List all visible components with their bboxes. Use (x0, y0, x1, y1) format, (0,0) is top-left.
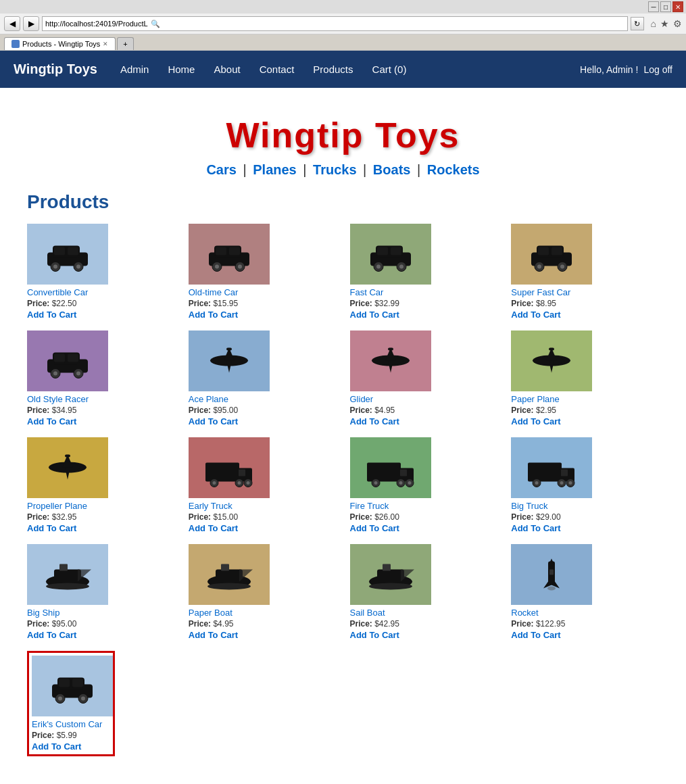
add-to-cart-button[interactable]: Add To Cart (511, 416, 599, 426)
close-button[interactable]: ✕ (672, 1, 683, 12)
category-cars[interactable]: Cars (206, 162, 236, 177)
product-name[interactable]: Propeller Plane (27, 501, 115, 511)
add-to-cart-button[interactable]: Add To Cart (511, 310, 599, 320)
product-name[interactable]: Big Ship (27, 608, 115, 618)
category-links: Cars | Planes | Trucks | Boats | Rockets (27, 162, 659, 178)
forward-button[interactable]: ▶ (23, 16, 39, 31)
nav-home[interactable]: Home (158, 51, 204, 88)
product-name[interactable]: Convertible Car (27, 287, 115, 297)
product-name[interactable]: Erik's Custom Car (32, 719, 110, 729)
new-tab-button[interactable]: + (117, 37, 133, 50)
add-to-cart-button[interactable]: Add To Cart (350, 310, 438, 320)
add-to-cart-button[interactable]: Add To Cart (27, 523, 115, 533)
svg-point-68 (212, 481, 216, 485)
category-rockets[interactable]: Rockets (427, 162, 480, 177)
navbar-right: Hello, Admin ! Log off (580, 64, 672, 75)
product-name[interactable]: Rocket (511, 608, 599, 618)
add-to-cart-button[interactable]: Add To Cart (189, 630, 276, 640)
add-to-cart-button[interactable]: Add To Cart (189, 416, 276, 426)
product-name[interactable]: Fire Truck (350, 501, 438, 511)
svg-rect-75 (400, 470, 407, 476)
product-name[interactable]: Ace Plane (189, 394, 276, 404)
add-to-cart-button[interactable]: Add To Cart (27, 630, 115, 640)
product-image (27, 330, 108, 391)
product-name[interactable]: Big Truck (511, 501, 599, 511)
product-name[interactable]: Sail Boat (350, 608, 438, 618)
add-to-cart-button[interactable]: Add To Cart (32, 741, 110, 752)
add-to-cart-button[interactable]: Add To Cart (350, 630, 438, 640)
sep-1: | (243, 162, 246, 177)
add-to-cart-button[interactable]: Add To Cart (27, 416, 115, 426)
product-image (511, 330, 592, 391)
main-content: Wingtip Toys Cars | Planes | Trucks | Bo… (0, 88, 686, 770)
product-card: GliderPrice: $4.95Add To Cart (350, 330, 438, 426)
logoff-link[interactable]: Log off (643, 64, 672, 75)
svg-rect-14 (216, 247, 226, 255)
svg-rect-23 (391, 247, 401, 255)
nav-cart[interactable]: Cart (0) (363, 51, 416, 88)
svg-rect-15 (229, 247, 240, 255)
nav-admin[interactable]: Admin (111, 51, 159, 88)
svg-rect-118 (59, 679, 70, 687)
tab-close-button[interactable]: ✕ (103, 41, 108, 47)
svg-point-111 (547, 587, 556, 591)
product-price: Price: $26.00 (350, 512, 438, 522)
nav-contact[interactable]: Contact (250, 51, 304, 88)
product-name[interactable]: Early Truck (189, 501, 276, 511)
active-tab[interactable]: Products - Wingtip Toys ✕ (4, 37, 116, 50)
product-card: Fire TruckPrice: $26.00Add To Cart (350, 437, 438, 533)
category-boats[interactable]: Boats (373, 162, 411, 177)
svg-point-35 (53, 372, 57, 376)
refresh-button[interactable]: ↻ (631, 17, 644, 30)
product-price: Price: $122.95 (511, 619, 599, 629)
add-to-cart-button[interactable]: Add To Cart (350, 523, 438, 533)
product-price: Price: $32.95 (27, 512, 115, 522)
svg-rect-92 (54, 570, 81, 583)
search-icon: 🔍 (151, 20, 160, 28)
add-to-cart-button[interactable]: Add To Cart (189, 523, 276, 533)
add-to-cart-button[interactable]: Add To Cart (511, 523, 599, 533)
address-box[interactable]: http://localhost:24019/ProductL 🔍 (42, 16, 628, 31)
navbar-brand[interactable]: Wingtip Toys (14, 62, 97, 77)
category-trucks[interactable]: Trucks (313, 162, 356, 177)
product-price: Price: $15.00 (189, 512, 276, 522)
product-card: Sail BoatPrice: $42.95Add To Cart (350, 544, 438, 640)
nav-products[interactable]: Products (303, 51, 362, 88)
maximize-button[interactable]: □ (660, 1, 671, 12)
product-name[interactable]: Old-time Car (189, 287, 276, 297)
svg-point-19 (376, 265, 381, 269)
svg-rect-39 (68, 354, 78, 362)
product-name[interactable]: Super Fast Car (511, 287, 599, 297)
product-price: Price: $95.00 (27, 619, 115, 629)
add-to-cart-button[interactable]: Add To Cart (27, 310, 115, 320)
product-image (27, 437, 108, 498)
favorites-icon[interactable]: ★ (660, 18, 669, 29)
tab-favicon (11, 40, 20, 48)
add-to-cart-button[interactable]: Add To Cart (511, 630, 599, 640)
sep-4: | (417, 162, 420, 177)
product-name[interactable]: Paper Plane (511, 394, 599, 404)
back-button[interactable]: ◀ (4, 16, 20, 31)
nav-about[interactable]: About (204, 51, 249, 88)
product-name[interactable]: Fast Car (350, 287, 438, 297)
settings-icon[interactable]: ⚙ (673, 18, 682, 29)
svg-rect-45 (226, 348, 232, 351)
svg-marker-62 (65, 468, 70, 480)
svg-rect-104 (383, 564, 391, 571)
home-icon[interactable]: ⌂ (651, 18, 656, 29)
product-name[interactable]: Paper Boat (189, 608, 276, 618)
sep-3: | (363, 162, 366, 177)
add-to-cart-button[interactable]: Add To Cart (189, 310, 276, 320)
add-to-cart-button[interactable]: Add To Cart (350, 416, 438, 426)
svg-point-88 (560, 481, 564, 485)
svg-point-79 (399, 481, 402, 485)
svg-point-105 (369, 583, 412, 590)
product-card: Fast CarPrice: $32.99Add To Cart (350, 224, 438, 320)
svg-marker-56 (549, 361, 554, 373)
svg-point-70 (237, 481, 241, 485)
product-card: Super Fast CarPrice: $8.95Add To Cart (511, 224, 599, 320)
minimize-button[interactable]: ─ (648, 1, 659, 12)
product-name[interactable]: Old Style Racer (27, 394, 115, 404)
category-planes[interactable]: Planes (253, 162, 296, 177)
product-name[interactable]: Glider (350, 394, 438, 404)
